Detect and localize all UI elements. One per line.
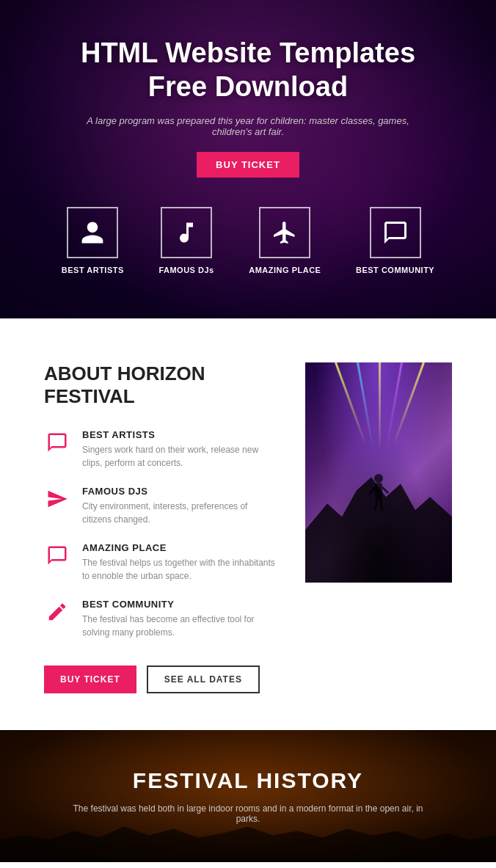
about-item-amazing-place: AMAZING PLACE The festival helps us toge… xyxy=(44,542,276,583)
feature-amazing-place: AMAZING PLACE xyxy=(249,207,321,274)
about-concert-image xyxy=(305,362,452,583)
about-item-desc-best-artists: Singers work hard on their work, release… xyxy=(82,443,276,470)
about-best-artists-icon xyxy=(44,429,70,456)
feature-best-community: BEST COMMUNITY xyxy=(356,207,434,274)
speech-bubble-icon xyxy=(46,431,68,453)
about-item-content-best-community: BEST COMMUNITY The festival has become a… xyxy=(82,599,276,639)
about-buttons: BUY TICKET SEE ALL DATES xyxy=(44,665,276,693)
contact-section: DROP A MESSAGE Phone: +1 (0) 000 0000 00… xyxy=(0,862,496,868)
about-left: ABOUT HORIZON FESTIVAL BEST ARTISTS Sing… xyxy=(44,362,276,693)
about-item-content-best-artists: BEST ARTISTS Singers work hard on their … xyxy=(82,429,276,470)
history-description: The festival was held both in large indo… xyxy=(65,803,431,824)
music-icon xyxy=(173,219,200,246)
best-artists-icon-box xyxy=(67,207,118,258)
feature-best-artists: BEST ARTISTS xyxy=(62,207,124,274)
svg-point-0 xyxy=(374,474,383,483)
stage-lights xyxy=(305,362,452,473)
history-title: FESTIVAL HISTORY xyxy=(133,768,363,793)
plane-icon xyxy=(271,219,298,246)
best-community-icon-box xyxy=(370,207,421,258)
history-crowd-silhouette xyxy=(0,818,496,862)
hero-section: HTML Website Templates Free Download A l… xyxy=(0,0,496,318)
about-item-best-artists: BEST ARTISTS Singers work hard on their … xyxy=(44,429,276,470)
amazing-place-icon-box xyxy=(259,207,310,258)
svg-line-4 xyxy=(375,499,377,511)
about-item-content-amazing-place: AMAZING PLACE The festival helps us toge… xyxy=(82,542,276,583)
about-item-desc-best-community: The festival has become an effective too… xyxy=(82,613,276,639)
about-item-title-amazing-place: AMAZING PLACE xyxy=(82,542,276,553)
svg-rect-1 xyxy=(375,483,382,499)
amazing-place-label: AMAZING PLACE xyxy=(249,266,321,274)
features-row: BEST ARTISTS FAMOUS DJs AMAZING PLACE xyxy=(15,192,481,296)
about-items: BEST ARTISTS Singers work hard on their … xyxy=(44,429,276,639)
about-title: ABOUT HORIZON FESTIVAL xyxy=(44,362,276,408)
best-community-label: BEST COMMUNITY xyxy=(356,266,434,274)
about-item-content-famous-djs: FAMOUS DJs City environment, interests, … xyxy=(82,486,276,526)
about-best-community-icon xyxy=(44,599,70,625)
hero-subtitle: A large program was prepared this year f… xyxy=(79,115,417,137)
about-section: ABOUT HORIZON FESTIVAL BEST ARTISTS Sing… xyxy=(0,318,496,729)
about-item-desc-famous-djs: City environment, interests, preferences… xyxy=(82,500,276,526)
hero-title: HTML Website Templates Free Download xyxy=(81,37,415,103)
svg-line-5 xyxy=(380,499,382,511)
about-buy-ticket-button[interactable]: BUY TICKET xyxy=(44,665,136,693)
edit-icon xyxy=(46,601,68,623)
performer-silhouette xyxy=(368,473,390,517)
about-item-best-community: BEST COMMUNITY The festival has become a… xyxy=(44,599,276,639)
hero-buy-ticket-button[interactable]: BUY TICKET xyxy=(197,152,299,178)
person-icon xyxy=(79,219,106,246)
about-famous-djs-icon xyxy=(44,486,70,512)
about-item-desc-amazing-place: The festival helps us together with the … xyxy=(82,556,276,583)
about-amazing-place-icon xyxy=(44,542,70,569)
svg-line-3 xyxy=(382,487,388,493)
about-see-all-dates-button[interactable]: SEE ALL DATES xyxy=(147,665,260,693)
paper-plane-icon xyxy=(46,488,68,510)
about-item-famous-djs: FAMOUS DJs City environment, interests, … xyxy=(44,486,276,526)
famous-djs-icon-box xyxy=(161,207,212,258)
about-item-title-best-community: BEST COMMUNITY xyxy=(82,599,276,610)
best-artists-label: BEST ARTISTS xyxy=(62,266,124,274)
chat-icon xyxy=(382,219,409,246)
about-item-title-famous-djs: FAMOUS DJs xyxy=(82,486,276,497)
feature-famous-djs: FAMOUS DJs xyxy=(158,207,214,274)
about-item-title-best-artists: BEST ARTISTS xyxy=(82,429,276,440)
speech-bubble-2-icon xyxy=(46,544,68,566)
history-section: FESTIVAL HISTORY The festival was held b… xyxy=(0,730,496,862)
famous-djs-label: FAMOUS DJs xyxy=(158,266,214,274)
svg-line-2 xyxy=(369,487,375,495)
